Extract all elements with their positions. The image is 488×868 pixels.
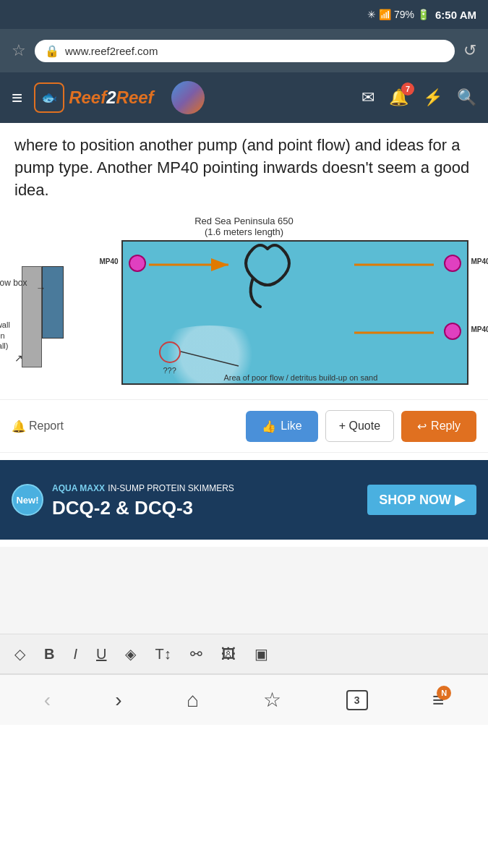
video-tool[interactable]: ▣ (247, 641, 275, 667)
logo-text: Reef2Reef (69, 88, 153, 108)
url-text[interactable]: www.reef2reef.com (65, 45, 158, 57)
mp40-top-left-circle (129, 255, 146, 272)
mp40-bottom-right-label: MP40 (471, 326, 488, 333)
back-button[interactable]: ‹ (44, 689, 51, 712)
mail-icon[interactable]: ✉ (361, 88, 374, 107)
status-bar: ✳ 📶 79% 🔋 6:50 AM (0, 0, 488, 29)
notification-bell-icon[interactable]: 🔔 7 (389, 88, 408, 107)
bold-tool[interactable]: B (37, 642, 61, 667)
tabs-button[interactable]: 3 (346, 690, 368, 710)
link-tool[interactable]: ⚯ (183, 641, 210, 667)
bookmarks-button[interactable]: ☆ (263, 688, 281, 712)
svg-line-6 (181, 352, 239, 366)
mp40-bottom-right-circle (444, 323, 461, 340)
overflow-box-label: Overflow box (0, 278, 27, 288)
italic-tool[interactable]: I (66, 642, 85, 667)
notification-badge: 7 (401, 82, 414, 95)
overflow-arrow: → (36, 282, 46, 294)
eraser-tool[interactable]: ◇ (7, 641, 33, 667)
lightning-icon[interactable]: ⚡ (423, 88, 442, 107)
battery-icon: 🔋 (417, 9, 429, 20)
menu-button[interactable]: ≡ N (432, 689, 444, 712)
wall-label: Solid brick wall(1" betweentank and wall… (0, 320, 20, 351)
underline-tool[interactable]: U (89, 642, 114, 667)
tank-box: MP40 MP40 MP40 ??? (121, 240, 468, 385)
search-icon[interactable]: 🔍 (457, 88, 476, 107)
poor-flow-text-label: Area of poor flow / detritus build-up on… (224, 373, 378, 382)
mp40-top-right-circle (444, 255, 461, 272)
ad-shop-button[interactable]: SHOP NOW ▶ (367, 485, 476, 515)
tab-count: 3 (346, 690, 368, 710)
font-size-tool[interactable]: T↕ (147, 642, 178, 667)
status-time: 6:50 AM (435, 9, 476, 21)
reload-icon[interactable]: ↺ (463, 41, 476, 60)
ad-text-col: AQUA MAXX IN-SUMP PROTEIN SKIMMERS DCQ-2… (52, 481, 359, 519)
post-body: where to position another pump (and poin… (0, 123, 488, 201)
bell-report-icon: 🔔 (12, 420, 26, 433)
bluetooth-icon: ✳ (367, 9, 376, 20)
editor-toolbar: ◇ B I U ◈ T↕ ⚯ 🖼 ▣ (0, 634, 488, 674)
tank-diagram: Red Sea Peninsula 650 (1.6 meters length… (20, 216, 468, 385)
quote-button[interactable]: + Quote (325, 410, 394, 442)
wall-arrow: ↗ (14, 352, 23, 364)
post-text: where to position another pump (and poin… (14, 135, 474, 201)
logo-fish-icon: 🐟 (34, 82, 64, 113)
nav-bar: ≡ 🐟 Reef2Reef ✉ 🔔 7 ⚡ 🔍 (0, 72, 488, 123)
site-logo[interactable]: 🐟 Reef2Reef (34, 82, 153, 113)
arrow-left-bottom (354, 324, 441, 341)
image-tool[interactable]: 🖼 (214, 642, 243, 667)
status-icons: ✳ 📶 79% 🔋 (367, 9, 429, 20)
overflow-box-rect (42, 266, 64, 339)
nav-icons-group: ✉ 🔔 7 ⚡ 🔍 (361, 88, 476, 107)
lock-icon: 🔒 (45, 44, 59, 58)
url-bar[interactable]: 🔒 www.reef2reef.com (35, 40, 455, 62)
ad-model: DCQ-2 & DCQ-3 (52, 497, 359, 519)
hamburger-icon[interactable]: ≡ (12, 87, 22, 109)
ad-brand-name: AQUA MAXX IN-SUMP PROTEIN SKIMMERS (52, 481, 359, 494)
bookmark-icon[interactable]: ☆ (12, 41, 26, 60)
forward-button[interactable]: › (115, 689, 121, 712)
like-button[interactable]: 👍 Like (246, 411, 317, 442)
scribble-decoration (217, 234, 304, 321)
menu-notification-badge: N (437, 686, 451, 700)
ad-banner[interactable]: New! AQUA MAXX IN-SUMP PROTEIN SKIMMERS … (0, 460, 488, 540)
thumbs-up-icon: 👍 (262, 420, 276, 433)
mp40-top-right-label: MP40 (471, 258, 488, 265)
mp40-top-left-label: MP40 (100, 258, 119, 265)
signal-icon: 📶 (379, 9, 391, 20)
bottom-nav: ‹ › ⌂ ☆ 3 ≡ N (0, 674, 488, 725)
reply-button[interactable]: ↩ Reply (401, 411, 476, 442)
arrow-left-top (354, 256, 441, 273)
reply-icon: ↩ (417, 420, 427, 433)
battery-text: 79% (394, 9, 414, 20)
browser-bar: ☆ 🔒 www.reef2reef.com ↺ (0, 29, 488, 72)
empty-content-area (0, 547, 488, 634)
report-button[interactable]: 🔔 Report (12, 420, 64, 433)
user-avatar[interactable] (171, 81, 205, 114)
action-row: 🔔 Report 👍 Like + Quote ↩ Reply (0, 399, 488, 453)
ad-new-badge: New! (12, 484, 43, 516)
color-tool[interactable]: ◈ (118, 641, 143, 667)
home-button[interactable]: ⌂ (187, 689, 199, 712)
arrow-right-top (149, 256, 236, 273)
